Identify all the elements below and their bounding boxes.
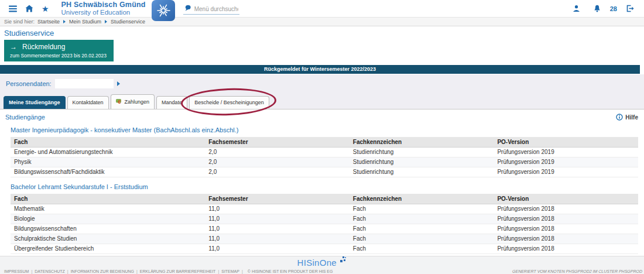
hisinone-logo-squares-icon — [340, 255, 347, 265]
footer-separator: | — [218, 269, 219, 273]
table-cell: Prüfungsversion 2018 — [494, 244, 638, 254]
breadcrumb-separator-icon — [105, 20, 107, 23]
footer-link-sitemap[interactable]: SITEMAP — [221, 269, 239, 273]
table-cell: 11,0 — [205, 214, 350, 224]
info-icon — [616, 114, 623, 121]
table-cell: 11,0 — [205, 204, 350, 214]
column-header-fach: Fach — [11, 137, 205, 148]
rueckmeldung-label: Rückmeldung — [22, 43, 65, 51]
product-note: © HISINONE IST EIN PRODUKT DER HIS EG — [248, 269, 333, 273]
footer: HISinOne IMPRESSUM|DATENSCHUTZ|INFORMATI… — [0, 256, 644, 274]
footer-separator: | — [31, 269, 32, 273]
university-brand: PH Schwäbisch Gmünd University of Educat… — [61, 1, 146, 16]
table-cell: 2,0 — [205, 157, 350, 167]
brand-line2: University of Education — [61, 9, 146, 16]
program-title: Bachelor Lehramt Sekundarstufe I - Ersts… — [11, 183, 639, 190]
page-title: Studienservice — [4, 29, 644, 37]
tab-mandate[interactable]: Mandate — [156, 96, 187, 109]
column-header-po-version: PO-Version — [494, 194, 638, 204]
table-cell: Fach — [350, 224, 494, 234]
column-header-fachsemester: Fachsemester — [205, 137, 350, 148]
table-cell: Prüfungsversion 2018 — [494, 204, 638, 214]
tab-label: Zahlungen — [125, 99, 150, 105]
table-cell: Prüfungsversion 2018 — [494, 234, 638, 244]
column-header-fachkennzeichen: Fachkennzeichen — [350, 137, 494, 148]
table-cell: 11,0 — [205, 234, 350, 244]
table-cell: 11,0 — [205, 224, 350, 234]
status-banner: Rückgemeldet für Wintersemester 2022/202… — [0, 65, 640, 74]
table-cell: Mathematik — [11, 204, 205, 214]
table-row: Biologie11,0FachPrüfungsversion 2018 — [11, 214, 638, 224]
help-link[interactable]: Hilfe — [616, 114, 638, 121]
university-logo — [152, 0, 175, 21]
table-cell: Studienrichtung — [350, 157, 494, 167]
rueckmeldung-subtext: zum Sommersemester 2023 bis 20.02.2023 — [10, 53, 107, 59]
table-cell: Prüfungsversion 2018 — [494, 214, 638, 224]
payments-icon: € — [116, 98, 123, 105]
hamburger-menu-icon[interactable] — [9, 5, 17, 12]
starburst-icon — [152, 1, 175, 20]
table-cell: Prüfungsversion 2019 — [494, 148, 638, 157]
table-cell: Fach — [350, 214, 494, 224]
studienservice-page: ★ PH Schwäbisch Gmünd University of Educ… — [0, 0, 644, 274]
programs-list: Master Ingenieurpädagogik - konsekutiver… — [5, 126, 639, 254]
column-header-po-version: PO-Version — [494, 137, 638, 148]
table-row: Physik2,0StudienrichtungPrüfungsversion … — [11, 157, 638, 167]
tab-label: Kontaktdaten — [73, 100, 104, 105]
table-cell: Studienrichtung — [350, 167, 494, 177]
program-table: FachFachsemesterFachkennzeichenPO-Versio… — [11, 194, 638, 254]
table-row: Bildungswissenschaften11,0FachPrüfungsve… — [11, 224, 638, 234]
breadcrumb-item-startseite[interactable]: Startseite — [37, 19, 60, 25]
tab-kontaktdaten[interactable]: Kontaktdaten — [67, 96, 109, 109]
top-actions: 28 — [568, 5, 639, 12]
table-cell: Übergreifender Studienbereich — [11, 244, 205, 254]
tab-label: Bescheide / Bescheinigungen — [194, 100, 264, 105]
program-title: Master Ingenieurpädagogik - konsekutiver… — [11, 126, 639, 133]
footer-link-information-zur-bedienung[interactable]: INFORMATION ZUR BEDIENUNG — [71, 269, 134, 273]
table-cell: Prüfungsversion 2018 — [494, 224, 638, 234]
user-account-icon[interactable] — [573, 5, 580, 12]
content-head: Studiengänge Hilfe — [5, 112, 639, 121]
table-cell: Fach — [350, 234, 494, 244]
table-cell: 11,0 — [205, 244, 350, 254]
breadcrumb-items: StartseiteMein StudiumStudienservice — [37, 19, 145, 25]
table-cell: Biologie — [11, 214, 205, 224]
notification-count: 28 — [610, 5, 617, 12]
generated-note: GENERIERT VOM KNOTEN PHSGPROD2 IM CLUSTE… — [512, 269, 642, 273]
breadcrumb-item-mein-studium[interactable]: Mein Studium — [69, 19, 101, 25]
personendaten-value-redacted — [55, 79, 114, 88]
program-table: FachFachsemesterFachkennzeichenPO-Versio… — [11, 137, 638, 177]
breadcrumb-separator-icon — [63, 20, 66, 23]
footer-link-impressum[interactable]: IMPRESSUM — [4, 269, 29, 273]
favorites-star-icon[interactable]: ★ — [42, 5, 49, 13]
table-cell: Studienrichtung — [350, 148, 494, 157]
footer-separator: | — [136, 269, 138, 273]
table-cell: Bildungswissenschaften — [11, 224, 205, 234]
search-icon — [184, 5, 192, 12]
logout-icon[interactable] — [626, 5, 634, 12]
student-service-zone: Personendaten: Meine StudiengängeKontakt… — [0, 74, 644, 109]
home-icon[interactable] — [25, 5, 33, 12]
personendaten-label: Personendaten: — [6, 80, 52, 87]
tab-label: Mandate — [162, 100, 182, 105]
tab-meine-studiengänge[interactable]: Meine Studiengänge — [4, 96, 66, 109]
table-row: Übergreifender Studienbereich11,0FachPrü… — [11, 244, 638, 254]
footer-separator: | — [242, 269, 243, 273]
expand-personendaten-icon[interactable] — [117, 81, 120, 86]
footer-link-datenschutz[interactable]: DATENSCHUTZ — [35, 269, 65, 273]
footer-links: IMPRESSUM|DATENSCHUTZ|INFORMATION ZUR BE… — [4, 269, 333, 273]
table-cell: 2,0 — [205, 167, 350, 177]
footer-link-erklärung-zur-barrierefreiheit[interactable]: ERKLÄRUNG ZUR BARRIEREFREIHEIT — [140, 269, 216, 273]
table-row: Schulpraktische Studien11,0FachPrüfungsv… — [11, 234, 638, 244]
top-bar: ★ PH Schwäbisch Gmünd University of Educ… — [0, 0, 644, 18]
column-header-fachsemester: Fachsemester — [205, 194, 350, 204]
breadcrumb-item-studienservice[interactable]: Studienservice — [111, 19, 145, 25]
table-cell: Prüfungsversion 2019 — [494, 157, 638, 167]
table-row: Bildungswissenschaft/Fachdidaktik2,0Stud… — [11, 167, 638, 177]
arrow-right-icon: → — [10, 43, 17, 51]
tab-zahlungen[interactable]: €Zahlungen — [111, 94, 155, 109]
rueckmeldung-button[interactable]: → Rückmeldung zum Sommersemester 2023 bi… — [4, 40, 114, 61]
tab-bescheide-bescheinigungen[interactable]: Bescheide / Bescheinigungen — [189, 96, 269, 109]
svg-text:€: € — [118, 98, 121, 104]
notifications-bell-icon[interactable] — [594, 5, 601, 12]
